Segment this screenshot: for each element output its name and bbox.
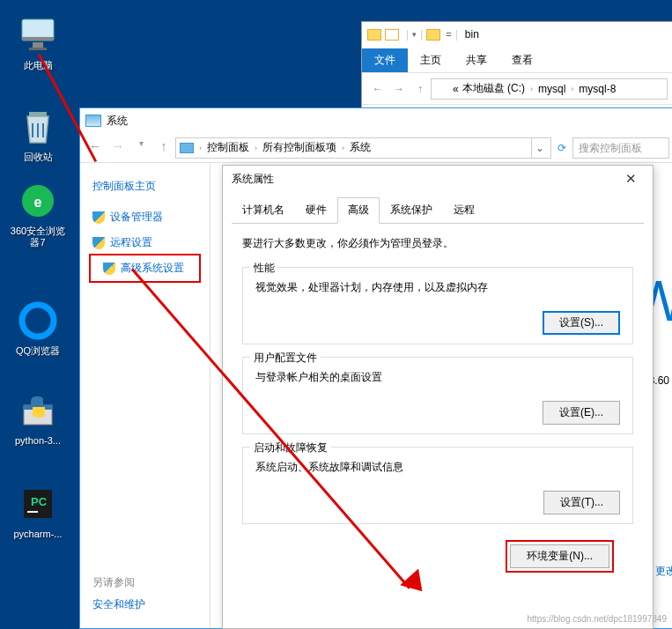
shield-icon [92, 211, 105, 224]
sidebar-item-remote-settings[interactable]: 远程设置 [80, 230, 210, 255]
system-nav-bar: ← → ▾ ↑ › 控制面板› 所有控制面板项› 系统 ⌄ ⟳ 搜索控制面板 [80, 133, 672, 163]
control-panel-icon [180, 143, 194, 153]
tab-home[interactable]: 主页 [408, 48, 454, 72]
svg-rect-1 [22, 37, 54, 41]
qq-browser-icon [17, 300, 59, 342]
tab-computer-name[interactable]: 计算机名 [232, 197, 295, 223]
environment-variables-button[interactable]: 环境变量(N)... [510, 544, 609, 568]
admin-note: 要进行大多数更改，你必须作为管理员登录。 [242, 236, 633, 251]
startup-recovery-settings-button[interactable]: 设置(T)... [543, 491, 620, 514]
explorer-title-path: bin [465, 28, 479, 41]
nav-forward-icon[interactable]: → [388, 83, 410, 95]
watermark-text: https://blog.csdn.net/dpc181997849 [528, 614, 667, 624]
svg-rect-2 [33, 42, 43, 48]
shield-icon [92, 237, 105, 249]
folder-icon [437, 84, 449, 93]
sidebar-footer-link[interactable]: 安全和维护 [92, 597, 145, 612]
svg-text:PC: PC [31, 495, 48, 508]
search-input[interactable]: 搜索控制面板 [572, 137, 669, 159]
breadcrumb-bar[interactable]: « 本地磁盘 (C:)› mysql› mysql-8 [431, 78, 668, 100]
tab-view[interactable]: 查看 [499, 48, 545, 72]
recycle-bin-icon [17, 106, 59, 148]
dialog-titlebar[interactable]: 系统属性 ✕ [223, 166, 653, 192]
close-button[interactable]: ✕ [618, 171, 644, 187]
desktop-icon-python[interactable]: python-3... [7, 389, 69, 447]
system-icon [85, 115, 101, 127]
svg-text:e: e [34, 195, 42, 210]
computer-icon [17, 14, 59, 56]
dialog-tabs: 计算机名 硬件 高级 系统保护 远程 [232, 197, 644, 224]
folder-icon [385, 29, 399, 41]
system-titlebar[interactable]: 系统 [80, 108, 672, 133]
system-properties-dialog: 系统属性 ✕ 计算机名 硬件 高级 系统保护 远程 要进行大多数更改，你必须作为… [222, 165, 654, 629]
chevron-down-icon[interactable]: ⌄ [531, 138, 547, 158]
pycharm-icon: PC [17, 483, 59, 525]
desktop-icon-recycle-bin[interactable]: 回收站 [7, 106, 69, 163]
tab-remote[interactable]: 远程 [443, 197, 485, 223]
system-sidebar: 控制面板主页 设备管理器 远程设置 系统保护 高级系统设置 另请参阅 安全和维护 [80, 163, 210, 628]
breadcrumb-part[interactable]: 控制面板 [207, 140, 249, 155]
python-installer-icon [17, 389, 59, 432]
system-window-title: 系统 [107, 114, 128, 129]
tab-hardware[interactable]: 硬件 [295, 197, 337, 223]
tab-file[interactable]: 文件 [362, 48, 408, 72]
nav-up-icon[interactable]: ↑ [152, 138, 175, 158]
folder-icon [426, 29, 440, 41]
breadcrumb-part[interactable]: mysql-8 [579, 83, 616, 95]
sidebar-footer-header: 另请参阅 [92, 575, 145, 590]
explorer-ribbon-tabs: 文件 主页 共享 查看 [362, 47, 672, 73]
explorer-nav-bar: ← → ↑ « 本地磁盘 (C:)› mysql› mysql-8 [362, 73, 672, 105]
svg-rect-4 [29, 112, 47, 116]
desktop-icon-360-browser[interactable]: e 360安全浏览器7 [7, 180, 69, 248]
folder-icon [367, 29, 381, 41]
nav-history-icon[interactable]: ▾ [129, 138, 152, 158]
tab-system-protection[interactable]: 系统保护 [380, 197, 443, 223]
group-title: 用户配置文件 [250, 351, 321, 366]
group-title: 启动和故障恢复 [250, 440, 331, 455]
360-browser-icon: e [17, 180, 59, 222]
breadcrumb-part[interactable]: 系统 [350, 140, 371, 155]
tab-advanced[interactable]: 高级 [337, 197, 380, 224]
user-profiles-settings-button[interactable]: 设置(E)... [543, 401, 620, 425]
group-desc: 系统启动、系统故障和调试信息 [255, 460, 620, 475]
breadcrumb-part[interactable]: 所有控制面板项 [262, 140, 336, 155]
group-performance: 性能 视觉效果，处理器计划，内存使用，以及虚拟内存 设置(S)... [242, 267, 633, 344]
group-desc: 视觉效果，处理器计划，内存使用，以及虚拟内存 [255, 280, 620, 295]
svg-rect-3 [29, 48, 47, 50]
breadcrumb-bar[interactable]: › 控制面板› 所有控制面板项› 系统 ⌄ [175, 137, 551, 159]
shield-icon [103, 263, 115, 275]
svg-rect-12 [27, 511, 38, 513]
explorer-titlebar[interactable]: | ▾ | = | bin [362, 22, 672, 47]
nav-back-icon[interactable]: ← [367, 83, 388, 95]
group-startup-recovery: 启动和故障恢复 系统启动、系统故障和调试信息 设置(T)... [242, 447, 633, 524]
sidebar-header[interactable]: 控制面板主页 [80, 175, 210, 197]
refresh-icon[interactable]: ⟳ [551, 142, 572, 154]
desktop-icon-qq-browser[interactable]: QQ浏览器 [7, 300, 69, 357]
tab-share[interactable]: 共享 [454, 48, 499, 72]
group-title: 性能 [250, 261, 278, 276]
performance-settings-button[interactable]: 设置(S)... [543, 311, 620, 335]
sidebar-item-device-manager[interactable]: 设备管理器 [80, 204, 210, 230]
group-user-profiles: 用户配置文件 与登录帐户相关的桌面设置 设置(E)... [242, 357, 633, 434]
sidebar-item-advanced-system-settings[interactable]: 高级系统设置 [91, 255, 199, 281]
nav-back-icon[interactable]: ← [84, 138, 107, 158]
dialog-title: 系统属性 [232, 172, 274, 187]
nav-up-icon[interactable]: ↑ [410, 83, 431, 95]
down-caret-icon[interactable]: ▾ [412, 30, 417, 39]
desktop-icon-this-pc[interactable]: 此电脑 [7, 14, 69, 71]
breadcrumb-part[interactable]: 本地磁盘 (C:) [462, 81, 525, 96]
breadcrumb-part[interactable]: mysql [538, 83, 565, 95]
nav-forward-icon[interactable]: → [107, 138, 129, 158]
group-desc: 与登录帐户相关的桌面设置 [255, 370, 620, 385]
svg-point-7 [22, 305, 54, 337]
desktop-icon-pycharm[interactable]: PC pycharm-... [7, 483, 69, 540]
